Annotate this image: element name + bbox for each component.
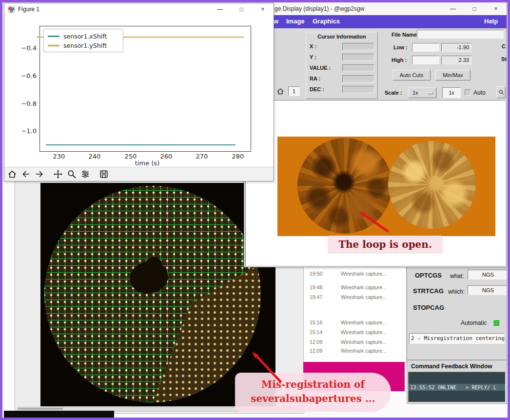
image-display-window: ge Display (display1) - @wgp2sgw — □ × w… [244, 2, 507, 267]
menu-item-view-partial[interactable]: w [274, 18, 278, 25]
x-tick-label: 280 [227, 153, 249, 160]
figure-window: Figure 1 — □ × −0.4 −0.6 −0.8 −1.0 230 2… [4, 3, 274, 181]
legend-entry: sensor1.xShift [48, 32, 119, 41]
file-name-label: File Name [392, 32, 417, 38]
figure-titlebar: Figure 1 — □ × [4, 3, 274, 16]
minimize-button[interactable]: — [442, 2, 464, 15]
capture-text: Wireshark capture... [341, 271, 387, 277]
feedback-title: Command Feedback Window [411, 363, 492, 370]
house-icon[interactable] [276, 87, 284, 97]
menu-item-image[interactable]: Image [286, 18, 305, 25]
scale-entry[interactable]: 1x [442, 87, 461, 98]
high-value-field[interactable]: 2.33 [441, 56, 471, 64]
auto-scale-checkbox[interactable] [465, 89, 471, 96]
low-entry[interactable] [412, 43, 439, 52]
which-label: which: [448, 288, 465, 295]
list-item[interactable]: 19:50Wireshark capture... [304, 271, 406, 279]
cursor-information-title: Cursor Information [306, 34, 377, 40]
high-entry[interactable] [412, 56, 439, 64]
plot-area: −0.4 −0.6 −0.8 −1.0 230 240 250 260 270 … [4, 15, 274, 167]
automatic-indicator [493, 320, 499, 326]
configure-icon[interactable] [79, 168, 91, 180]
cursor-y-field[interactable] [342, 54, 374, 61]
close-button[interactable]: × [252, 3, 274, 15]
command-panel: OPTCGS what: NGS STRTCAG which: NGS STOP… [407, 266, 507, 360]
clipped-label-2: St [501, 56, 507, 62]
stopcag-label: STOPCAG [413, 304, 444, 311]
clipped-label-1: C [502, 43, 506, 49]
capture-time: 15:14 [310, 329, 322, 335]
y-tick-label: −0.8 [20, 100, 37, 107]
display-image [277, 137, 495, 236]
cursor-ra-field[interactable] [342, 75, 374, 82]
window-title: Figure 1 [18, 6, 39, 13]
scrollbar-thumb[interactable] [18, 408, 63, 410]
auto-label: Auto [473, 89, 486, 96]
scale-label: Scale : [385, 90, 402, 96]
close-button[interactable]: × [485, 2, 507, 15]
min-max-button[interactable]: Min/Max [435, 70, 471, 80]
y-tick-label: −1.0 [20, 127, 37, 135]
list-item[interactable]: 15:14Wireshark capture... [304, 329, 406, 337]
optcgs-label: OPTCGS [415, 272, 442, 279]
capture-text: Wireshark capture... [341, 329, 387, 335]
list-item[interactable]: 19:47Wireshark capture... [304, 294, 406, 302]
legend-swatch-yshift [48, 45, 59, 46]
misregistration-annotation-line2: severalsubapertures ... [235, 392, 391, 406]
zoom-tool-button[interactable] [497, 86, 506, 98]
auto-cuts-button[interactable]: Auto Cuts [392, 70, 431, 80]
loop-open-annotation: The loop is open. [328, 236, 443, 254]
home-icon[interactable] [6, 168, 18, 180]
zoom-icon[interactable] [66, 168, 78, 180]
capture-text: Wireshark capture... [341, 294, 387, 300]
misregistration-status-field[interactable]: 2 - Misregistration centering [409, 333, 505, 344]
low-value-field[interactable]: -1.90 [441, 43, 471, 52]
forward-icon[interactable] [34, 168, 45, 180]
central-obscuration-lobe [145, 257, 162, 274]
cursor-ra-label: RA : [310, 76, 320, 81]
what-label: what: [450, 273, 464, 280]
misregistration-region [44, 186, 261, 402]
zoom-spin-field[interactable]: 1 [288, 86, 300, 96]
capture-text: Wireshark capture... [341, 320, 387, 325]
list-item[interactable]: 19:48Wireshark capture... [304, 284, 406, 292]
what-field[interactable]: NGS [468, 270, 507, 280]
which-field[interactable]: NGS [468, 285, 507, 295]
legend-label: sensor1.xShift [63, 33, 107, 40]
x-tick-label: 250 [120, 153, 141, 160]
cursor-value-label: VALUE : [310, 65, 331, 71]
desktop: 19:50Wireshark capture... 19:48Wireshark… [0, 0, 510, 420]
back-icon[interactable] [20, 168, 32, 180]
maximize-button[interactable]: □ [231, 3, 252, 15]
window-title: ge Display (display1) - @wgp2sgw [275, 5, 364, 12]
legend: sensor1.xShift sensor1.yShift [43, 29, 123, 52]
feedback-line: 13:55:52 ONLINE > REPLY/ L [409, 384, 505, 391]
scale-menu-button[interactable]: 1x [408, 87, 436, 98]
menu-item-help[interactable]: Help [484, 18, 498, 25]
save-icon[interactable] [98, 168, 110, 180]
series-line-xshift [46, 144, 235, 145]
minimize-button[interactable]: — [209, 3, 231, 15]
bottom-black-strip [4, 411, 114, 418]
display-titlebar: ge Display (display1) - @wgp2sgw — □ × [244, 2, 507, 16]
cursor-dec-field[interactable] [342, 86, 374, 93]
list-item[interactable]: 12:09Wireshark capture... [304, 339, 406, 347]
command-feedback-console: 13:55:52 ONLINE > REPLY/ L 13:57:06 SETU… [408, 372, 506, 402]
menu-item-graphics[interactable]: Graphics [313, 18, 340, 25]
capture-time: 12:09 [310, 348, 322, 354]
pan-icon[interactable] [52, 168, 64, 180]
x-tick-label: 270 [191, 153, 213, 160]
list-item[interactable]: 15:16Wireshark capture... [304, 320, 406, 327]
maximize-button[interactable]: □ [464, 2, 485, 15]
cursor-x-field[interactable] [342, 43, 374, 50]
capture-time: 19:50 [310, 271, 322, 277]
misregistration-annotation: Mis-registration of severalsubapertures … [235, 373, 391, 412]
capture-time: 15:16 [310, 320, 322, 325]
file-name-field[interactable] [417, 30, 504, 39]
capture-time: 19:47 [310, 294, 322, 300]
capture-text: Wireshark capture... [341, 339, 387, 345]
automatic-label: Automatic [461, 320, 487, 326]
cursor-value-field[interactable] [342, 64, 374, 72]
list-item[interactable]: 12:09Wireshark capture... [304, 348, 406, 356]
legend-swatch-xshift [48, 36, 59, 37]
